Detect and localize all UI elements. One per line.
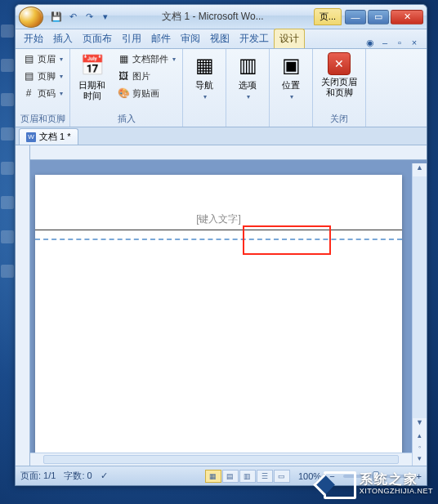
tab-review[interactable]: 审阅: [176, 29, 205, 48]
word-window: 💾 ↶ ↷ ▾ 文档 1 - Microsoft Wo... 页... — ▭ …: [15, 4, 427, 486]
tab-home[interactable]: 开始: [19, 29, 48, 48]
browse-object-icon[interactable]: ◦: [413, 443, 427, 454]
scroll-down-icon[interactable]: ▼: [413, 418, 427, 431]
header-rule-line: [35, 230, 402, 230]
scroll-up-icon[interactable]: ▲: [413, 163, 427, 176]
page-number-icon: #: [22, 87, 35, 100]
tab-pagelayout[interactable]: 页面布: [78, 29, 117, 48]
vertical-ruler[interactable]: [16, 145, 30, 466]
watermark-brand: 系统之家: [360, 474, 433, 485]
next-page-icon[interactable]: ▾: [413, 454, 427, 466]
options-icon: ▥: [235, 52, 261, 78]
position-button[interactable]: ▣ 位置▾: [273, 51, 309, 104]
titlebar: 💾 ↶ ↷ ▾ 文档 1 - Microsoft Wo... 页... — ▭ …: [16, 5, 427, 29]
ribbon-group-position: ▣ 位置▾: [270, 49, 313, 127]
clipart-button[interactable]: 🎨剪贴画: [114, 85, 179, 101]
horizontal-ruler[interactable]: [30, 145, 427, 160]
ribbon-group-label: 关闭: [316, 111, 362, 127]
proofing-icon[interactable]: ✓: [101, 471, 108, 481]
tab-design[interactable]: 设计: [274, 29, 305, 48]
page-number-button[interactable]: #页码▾: [19, 85, 66, 101]
tab-mailings[interactable]: 邮件: [146, 29, 176, 48]
picture-icon: 🖼: [117, 69, 130, 83]
ribbon-group-insert: 📅 日期和 时间 ▦文档部件▾ 🖼图片 🎨剪贴画 插入: [70, 49, 183, 127]
doc-restore-icon[interactable]: ▫: [394, 37, 405, 48]
navigation-button[interactable]: ▦ 导航▾: [186, 51, 222, 104]
navigation-icon: ▦: [191, 52, 217, 78]
footer-icon: ▤: [22, 69, 35, 83]
horizontal-scrollbar[interactable]: [30, 453, 412, 466]
footer-button[interactable]: ▤页脚▾: [19, 68, 66, 84]
window-title: 文档 1 - Microsoft Wo...: [112, 10, 314, 24]
header-area[interactable]: [键入文字]: [35, 212, 402, 240]
draft-view-button[interactable]: ▭: [274, 470, 290, 483]
doc-close-icon[interactable]: ×: [409, 37, 420, 48]
quick-access-toolbar: 💾 ↶ ↷ ▾: [50, 11, 112, 24]
redo-icon[interactable]: ↷: [83, 11, 96, 24]
tab-view[interactable]: 视图: [205, 29, 235, 48]
calendar-icon: 📅: [79, 52, 105, 78]
word-count[interactable]: 字数: 0: [64, 470, 92, 482]
options-button[interactable]: ▥ 选项▾: [230, 51, 266, 104]
ribbon-group-close: ✕ 关闭页眉 和页脚 关闭: [313, 49, 366, 127]
prev-page-icon[interactable]: ▴: [413, 431, 427, 443]
ribbon-tabs: 开始 插入 页面布 引用 邮件 审阅 视图 开发工 设计 ◉ – ▫ ×: [16, 29, 427, 49]
position-icon: ▣: [278, 52, 304, 78]
tab-insert[interactable]: 插入: [48, 29, 78, 48]
watermark-url: XITONGZHIJIA.NET: [360, 485, 433, 497]
header-boundary-line: [35, 239, 402, 240]
quick-parts-button[interactable]: ▦文档部件▾: [114, 51, 179, 67]
page-indicator[interactable]: 页面: 1/1: [20, 470, 56, 482]
doc-minimize-icon[interactable]: –: [379, 37, 391, 48]
print-layout-view-button[interactable]: ▦: [205, 470, 221, 483]
watermark: 系统之家 XITONGZHIJIA.NET: [324, 471, 433, 499]
annotation-highlight: [243, 225, 331, 255]
ribbon-group-nav: ▦ 导航▾: [183, 49, 226, 127]
document-area: [键入文字] ▲ ▼ ▴ ◦ ▾: [16, 145, 427, 466]
ribbon-group-label: 页眉和页脚: [19, 111, 66, 127]
help-icon[interactable]: ◉: [364, 37, 376, 48]
document-tabs: W 文档 1 *: [16, 127, 427, 145]
picture-button[interactable]: 🖼图片: [114, 68, 179, 84]
save-icon[interactable]: 💾: [50, 11, 63, 24]
document-tab[interactable]: W 文档 1 *: [19, 128, 78, 145]
ribbon-group-options: ▥ 选项▾: [226, 49, 270, 127]
header-button[interactable]: ▤页眉▾: [19, 51, 66, 67]
web-view-button[interactable]: ▥: [239, 470, 256, 483]
office-button[interactable]: [19, 7, 43, 28]
word-doc-icon: W: [26, 132, 36, 142]
header-placeholder: [键入文字]: [35, 212, 402, 226]
view-buttons: ▦ ▤ ▥ ☰ ▭: [205, 470, 290, 483]
vertical-scrollbar[interactable]: ▲ ▼ ▴ ◦ ▾: [412, 163, 427, 466]
ribbon-group-header-footer: ▤页眉▾ ▤页脚▾ #页码▾ 页眉和页脚: [16, 49, 70, 127]
quick-parts-icon: ▦: [117, 52, 130, 65]
clipart-icon: 🎨: [117, 87, 130, 100]
contextual-tab-label: 页...: [314, 8, 342, 25]
undo-icon[interactable]: ↶: [66, 11, 79, 24]
ribbon: ▤页眉▾ ▤页脚▾ #页码▾ 页眉和页脚 📅 日期和 时间 ▦文档部件▾ 🖼图片…: [16, 49, 427, 127]
document-viewport[interactable]: [键入文字]: [30, 145, 427, 466]
outline-view-button[interactable]: ☰: [257, 470, 273, 483]
watermark-logo-icon: [324, 471, 356, 499]
ribbon-group-label: 插入: [74, 111, 179, 127]
header-icon: ▤: [22, 52, 35, 65]
minimize-button[interactable]: —: [345, 10, 366, 25]
close-button[interactable]: ✕: [391, 10, 423, 25]
qat-dropdown-icon[interactable]: ▾: [99, 11, 112, 24]
date-time-button[interactable]: 📅 日期和 时间: [74, 51, 110, 103]
tab-references[interactable]: 引用: [117, 29, 146, 48]
fullscreen-view-button[interactable]: ▤: [222, 470, 239, 483]
close-header-footer-button[interactable]: ✕ 关闭页眉 和页脚: [316, 51, 362, 100]
maximize-button[interactable]: ▭: [368, 10, 389, 25]
page[interactable]: [键入文字]: [35, 175, 402, 466]
tab-developer[interactable]: 开发工: [235, 29, 274, 48]
close-icon: ✕: [328, 52, 351, 75]
